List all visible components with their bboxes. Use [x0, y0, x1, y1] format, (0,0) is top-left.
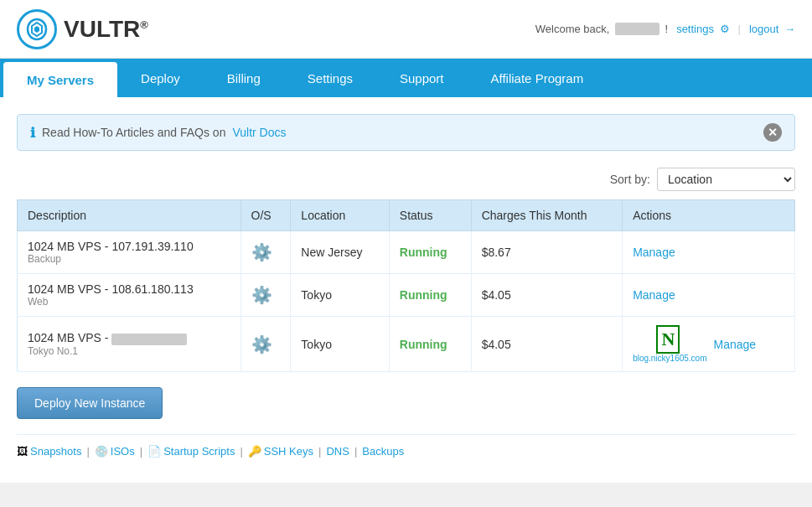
logo-name: VULTR [64, 16, 140, 42]
servers-table: Description O/S Location Status Charges … [17, 199, 795, 372]
username-blurred: ████ [615, 23, 659, 35]
cell-status-2: Running [389, 274, 471, 317]
server-desc-2: 1024 MB VPS - 108.61.180.113 [28, 282, 230, 296]
footer-link-snapshots[interactable]: Snapshots [30, 445, 81, 458]
footer-icon-scripts: 📄 [147, 445, 161, 458]
footer-sep-1: | [86, 445, 89, 458]
status-badge-1: Running [400, 246, 447, 259]
cell-actions-3: N blog.nicky1605.com Manage [623, 317, 795, 372]
badge-url: blog.nicky1605.com [633, 354, 706, 363]
os-icon-2: ⚙️ [251, 286, 272, 304]
blurred-ip [111, 334, 187, 345]
nav-item-affiliate[interactable]: Affiliate Program [468, 59, 608, 97]
os-icon-3: ⚙️ [251, 335, 272, 354]
col-status: Status [389, 200, 471, 231]
cell-description-2: 1024 MB VPS - 108.61.180.113 Web [18, 274, 241, 317]
server-desc-3: 1024 MB VPS - [28, 331, 230, 344]
nav-item-my-servers[interactable]: My Servers [3, 62, 117, 97]
deploy-new-instance-button[interactable]: Deploy New Instance [17, 387, 163, 419]
close-banner-button[interactable]: ✕ [763, 123, 782, 142]
footer-sep-5: | [354, 445, 357, 458]
cell-charges-1: $8.67 [471, 231, 622, 274]
logout-icon: → [784, 23, 795, 35]
footer-sep-3: | [240, 445, 242, 458]
server-sub-1: Backup [28, 253, 230, 265]
footer-link-ssh-keys[interactable]: SSH Keys [264, 445, 313, 458]
sort-select[interactable]: Location Status Description Charges This… [657, 168, 795, 191]
logo-icon [17, 9, 57, 49]
nav: My Servers Deploy Billing Settings Suppo… [0, 59, 812, 97]
footer-link-backups[interactable]: Backups [362, 445, 404, 458]
logo-area: VULTR® [17, 9, 148, 49]
cell-description-3: 1024 MB VPS - Tokyo No.1 [18, 317, 241, 372]
cell-location-2: Tokyo [291, 274, 389, 317]
manage-link-3[interactable]: Manage [714, 338, 757, 351]
footer-sep-2: | [140, 445, 142, 458]
cell-charges-3: $4.05 [471, 317, 622, 372]
nav-item-support[interactable]: Support [376, 59, 468, 97]
manage-link-1[interactable]: Manage [633, 246, 675, 259]
status-badge-2: Running [400, 288, 447, 302]
col-actions: Actions [623, 200, 795, 231]
cell-status-3: Running [389, 317, 471, 372]
footer-link-dns[interactable]: DNS [326, 445, 349, 458]
status-badge-3: Running [400, 338, 447, 351]
cell-os-2: ⚙️ [240, 274, 291, 317]
gear-icon: ⚙ [720, 23, 730, 35]
cell-actions-1: Manage [623, 231, 795, 274]
vultr-docs-link[interactable]: Vultr Docs [232, 126, 286, 139]
info-icon: ℹ [30, 125, 35, 141]
logo-reg: ® [140, 18, 148, 30]
server-sub-3: Tokyo No.1 [28, 345, 230, 357]
nginx-badge-container: N blog.nicky1605.com Manage [633, 325, 784, 363]
settings-link[interactable]: settings ⚙ [676, 23, 729, 35]
logo-text: VULTR® [64, 16, 148, 43]
footer-link-isos[interactable]: ISOs [111, 445, 135, 458]
header: VULTR® Welcome back, ████ ! settings ⚙ |… [0, 0, 812, 59]
footer-links: 🖼 Snapshots | 💿 ISOs | 📄 Startup Scripts… [17, 434, 795, 458]
nav-item-billing[interactable]: Billing [204, 59, 284, 97]
os-icon-1: ⚙️ [251, 243, 272, 261]
cell-os-3: ⚙️ [240, 317, 291, 372]
cell-location-1: New Jersey [291, 231, 389, 274]
col-charges: Charges This Month [471, 200, 622, 231]
table-header-row: Description O/S Location Status Charges … [18, 200, 795, 231]
sort-row: Sort by: Location Status Description Cha… [17, 168, 795, 191]
col-location: Location [291, 200, 389, 231]
cell-description-1: 1024 MB VPS - 107.191.39.110 Backup [18, 231, 241, 274]
footer-icon-isos: 💿 [95, 445, 108, 458]
table-row: 1024 MB VPS - 107.191.39.110 Backup ⚙️ N… [18, 231, 795, 274]
info-banner-left: ℹ Read How-To Articles and FAQs on Vultr… [30, 125, 287, 141]
col-os: O/S [240, 200, 291, 231]
cell-location-3: Tokyo [291, 317, 389, 372]
welcome-text: Welcome back, ████ ! [535, 23, 668, 35]
info-banner: ℹ Read How-To Articles and FAQs on Vultr… [17, 114, 795, 151]
footer-icon-snapshots: 🖼 [17, 445, 28, 458]
cell-status-1: Running [389, 231, 471, 274]
info-banner-text: Read How-To Articles and FAQs on [42, 126, 225, 139]
col-description: Description [18, 200, 241, 231]
header-right: Welcome back, ████ ! settings ⚙ | logout… [535, 23, 795, 35]
nav-item-deploy[interactable]: Deploy [117, 59, 204, 97]
footer-sep-4: | [318, 445, 321, 458]
cell-actions-2: Manage [623, 274, 795, 317]
footer-icon-ssh: 🔑 [248, 445, 261, 458]
nginx-badge: N [656, 325, 680, 354]
server-sub-2: Web [28, 296, 230, 308]
cell-charges-2: $4.05 [471, 274, 622, 317]
table-row: 1024 MB VPS - Tokyo No.1 ⚙️ Tokyo Runnin… [18, 317, 795, 372]
table-row: 1024 MB VPS - 108.61.180.113 Web ⚙️ Toky… [18, 274, 795, 317]
nav-item-settings[interactable]: Settings [284, 59, 376, 97]
manage-link-2[interactable]: Manage [633, 288, 675, 302]
logout-link[interactable]: logout → [749, 23, 795, 35]
server-desc-1: 1024 MB VPS - 107.191.39.110 [28, 240, 230, 253]
sort-label: Sort by: [610, 173, 650, 186]
main-content: ℹ Read How-To Articles and FAQs on Vultr… [0, 97, 812, 483]
cell-os-1: ⚙️ [240, 231, 291, 274]
footer-link-startup-scripts[interactable]: Startup Scripts [163, 445, 235, 458]
